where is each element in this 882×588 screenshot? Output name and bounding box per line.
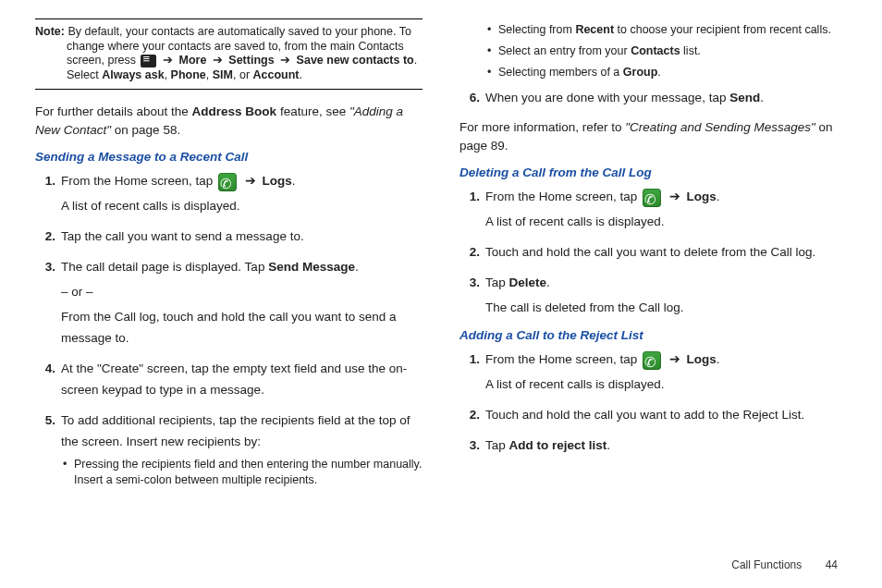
step-item: 2. Tap the call you want to send a messa… bbox=[61, 227, 423, 248]
step-subtext: From the Call log, touch and hold the ca… bbox=[61, 307, 423, 349]
logs-label: Logs bbox=[263, 174, 292, 188]
step-item: 4. At the "Create" screen, tap the empty… bbox=[61, 359, 423, 401]
more-info-paragraph: For more information, refer to "Creating… bbox=[459, 118, 847, 157]
step-text: From the Home screen, tap bbox=[485, 352, 641, 366]
delete-label: Delete bbox=[509, 276, 547, 289]
step-subtext: The call is deleted from the Call log. bbox=[485, 298, 847, 319]
logs-label: Logs bbox=[687, 352, 717, 366]
step-text: Tap bbox=[485, 438, 509, 452]
step-number: 5. bbox=[35, 410, 55, 432]
step-item: 3. Tap Add to reject list. bbox=[485, 435, 847, 457]
page-content: Note: By default, your contacts are auto… bbox=[0, 0, 882, 506]
step-text: Tap bbox=[485, 276, 509, 289]
step-item: 3. The call detail page is displayed. Ta… bbox=[61, 257, 423, 349]
step-text: At the "Create" screen, tap the empty te… bbox=[61, 361, 407, 397]
left-column: Note: By default, your contacts are auto… bbox=[35, 18, 423, 496]
period: . bbox=[717, 190, 720, 203]
step-item: 6. When you are done with your message, … bbox=[485, 88, 847, 109]
note-box: Note: By default, your contacts are auto… bbox=[35, 18, 423, 90]
recent-label: Recent bbox=[575, 23, 614, 36]
step-number: 2. bbox=[459, 242, 480, 263]
step-item: 2. Touch and hold the call you want to a… bbox=[485, 405, 847, 426]
note-more: More bbox=[178, 54, 206, 67]
phone-icon bbox=[218, 173, 237, 191]
steps-list-2: 1. From the Home screen, tap ➔ Logs. A l… bbox=[459, 187, 847, 319]
logs-label: Logs bbox=[687, 190, 717, 203]
step-subtext: A list of recent calls is displayed. bbox=[485, 374, 847, 396]
period: . bbox=[717, 352, 720, 366]
step-item: 5. To add additional recipients, tap the… bbox=[61, 410, 423, 488]
arrow-icon: ➔ bbox=[213, 54, 223, 67]
note-text-2: change where your contacts are saved to,… bbox=[67, 40, 404, 55]
bullet-text: Select an entry from your bbox=[498, 44, 631, 57]
note-text-3a: screen, press bbox=[67, 54, 140, 67]
menu-icon bbox=[141, 55, 156, 67]
step-number: 1. bbox=[459, 349, 480, 371]
arrow-icon: ➔ bbox=[163, 54, 173, 67]
note-account: Account bbox=[253, 68, 300, 81]
note-settings: Settings bbox=[228, 54, 274, 67]
bullet-list: Pressing the recipients field and then e… bbox=[61, 457, 423, 488]
step-subtext: A list of recent calls is displayed. bbox=[485, 212, 847, 233]
arrow-icon: ➔ bbox=[669, 190, 680, 203]
note-text-4a: Select bbox=[67, 68, 102, 81]
bullet-text-b: list. bbox=[680, 44, 701, 57]
intro-b: feature, see bbox=[276, 104, 349, 118]
arrow-icon: ➔ bbox=[669, 352, 680, 366]
step-number: 2. bbox=[35, 227, 55, 248]
note-or: , or bbox=[233, 68, 253, 81]
bullet-item: Select an entry from your Contacts list. bbox=[498, 43, 847, 59]
section-heading-2: Deleting a Call from the Call Log bbox=[459, 165, 847, 179]
moreinfo-ref: "Creating and Sending Messages" bbox=[625, 120, 815, 134]
period: . bbox=[414, 54, 417, 67]
bullet-list-cont: Selecting from Recent to choose your rec… bbox=[459, 22, 847, 80]
note-text-1: By default, your contacts are automatica… bbox=[67, 25, 411, 38]
period: . bbox=[760, 91, 764, 104]
bullet-item: Selecting from Recent to choose your rec… bbox=[498, 22, 847, 38]
step-number: 4. bbox=[35, 359, 55, 380]
arrow-icon: ➔ bbox=[280, 54, 290, 67]
period: . bbox=[355, 260, 359, 274]
steps-list-1: 1. From the Home screen, tap ➔ Logs. A l… bbox=[35, 171, 423, 487]
note-phone: Phone bbox=[171, 68, 206, 81]
bullet-item: Pressing the recipients field and then e… bbox=[74, 457, 423, 488]
period: . bbox=[546, 276, 550, 289]
step-text: The call detail page is displayed. Tap bbox=[61, 260, 268, 274]
step-text: Tap the call you want to send a message … bbox=[61, 229, 304, 243]
moreinfo-a: For more information, refer to bbox=[459, 120, 625, 134]
period: . bbox=[657, 66, 660, 79]
note-savenew: Save new contacts to bbox=[297, 54, 414, 67]
arrow-icon: ➔ bbox=[245, 174, 256, 188]
intro-ab: Address Book bbox=[192, 104, 277, 118]
step-number: 3. bbox=[459, 435, 480, 457]
comma: , bbox=[206, 68, 213, 81]
step-item: 1. From the Home screen, tap ➔ Logs. A l… bbox=[485, 187, 847, 233]
page-footer: Call Functions 44 bbox=[731, 558, 838, 571]
footer-section: Call Functions bbox=[731, 558, 802, 571]
bullet-text: Selecting members of a bbox=[498, 66, 623, 79]
bullet-text: Pressing the recipients field and then e… bbox=[74, 458, 422, 486]
intro-paragraph: For further details about the Address Bo… bbox=[35, 103, 423, 141]
section-heading-1: Sending a Message to a Recent Call bbox=[35, 150, 423, 164]
period: . bbox=[606, 438, 610, 452]
step-number: 1. bbox=[459, 187, 480, 208]
bullet-item: Selecting members of a Group. bbox=[498, 65, 847, 80]
step-item: 3. Tap Delete. The call is deleted from … bbox=[485, 273, 847, 319]
comma: , bbox=[165, 68, 171, 81]
step-text: When you are done with your message, tap bbox=[485, 91, 729, 104]
step-number: 3. bbox=[459, 273, 480, 294]
contacts-label: Contacts bbox=[631, 44, 680, 57]
step-number: 2. bbox=[459, 405, 480, 426]
note-label: Note: bbox=[35, 25, 65, 38]
or-text: – or – bbox=[61, 282, 423, 303]
phone-icon bbox=[643, 351, 661, 370]
step-number: 1. bbox=[35, 171, 55, 192]
intro-a: For further details about the bbox=[35, 104, 192, 118]
period: . bbox=[300, 68, 302, 81]
step-number: 3. bbox=[35, 257, 55, 278]
step-text: To add additional recipients, tap the re… bbox=[61, 413, 410, 448]
step-text: From the Home screen, tap bbox=[485, 190, 641, 203]
step-item: 1. From the Home screen, tap ➔ Logs. A l… bbox=[485, 349, 847, 396]
step-number: 6. bbox=[459, 88, 480, 109]
right-column: Selecting from Recent to choose your rec… bbox=[459, 18, 847, 496]
